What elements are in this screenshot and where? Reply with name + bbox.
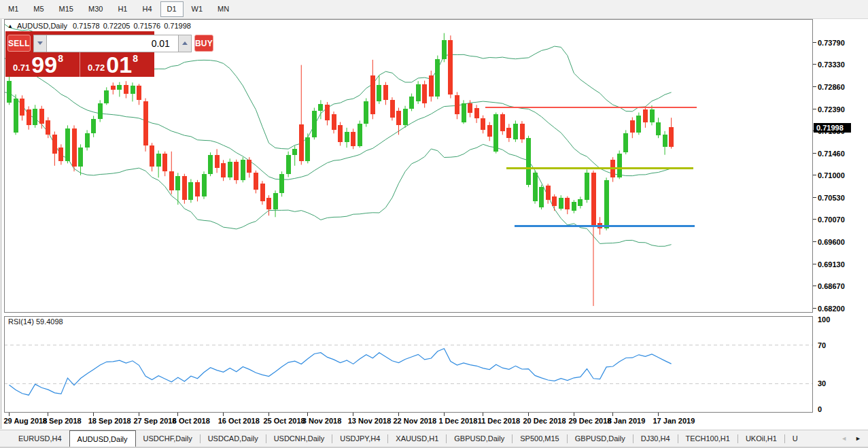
volume-stepper: [33, 35, 192, 52]
candle-body: [448, 40, 453, 94]
candle-body: [117, 85, 122, 90]
candle-body: [91, 119, 96, 133]
tab-dj30-h4[interactable]: DJ30,H4: [633, 430, 678, 447]
candle-body: [104, 90, 109, 103]
candle-body: [325, 105, 330, 120]
date-axis-label: 11 Dec 2018: [478, 417, 520, 425]
tab-ukoil-h1[interactable]: UKOil,H1: [738, 430, 784, 447]
timeframe-button-M15[interactable]: M15: [52, 1, 80, 17]
candle-body: [143, 101, 148, 145]
volume-increase-button[interactable]: [178, 35, 192, 52]
tab-tech100-h1[interactable]: TECH100,H1: [678, 430, 737, 447]
candle-body: [604, 180, 609, 228]
buy-button[interactable]: BUY: [194, 35, 213, 52]
collapse-panel-icon[interactable]: ▲: [7, 23, 13, 29]
candle-body: [506, 128, 511, 138]
tab-scroll-arrows: ◄►: [841, 430, 868, 447]
candle-body: [175, 176, 180, 190]
tab-audusd-daily[interactable]: AUDUSD,Daily: [69, 430, 136, 447]
timeframe-button-M5[interactable]: M5: [27, 1, 50, 17]
tab-sp500-m15[interactable]: SP500,M15: [513, 430, 566, 447]
candle-body: [85, 133, 90, 148]
candle-body: [241, 160, 245, 179]
date-axis-label: 22 Nov 2018: [394, 417, 437, 425]
tab-u[interactable]: U: [785, 430, 805, 447]
timeframe-button-M30[interactable]: M30: [82, 1, 109, 17]
candle-body: [195, 182, 200, 196]
candle-body: [182, 176, 187, 200]
candle-body: [383, 85, 388, 100]
tab-scroll-right-icon[interactable]: ►: [855, 435, 861, 442]
candle-body: [318, 104, 323, 111]
sell-price-pip: 8: [58, 53, 63, 64]
rsi-scale-label: 30: [818, 379, 826, 387]
date-axis-label: 18 Sep 2018: [88, 417, 131, 425]
chart-background: [0, 19, 868, 430]
timeframe-button-MN[interactable]: MN: [211, 1, 236, 17]
timeframe-button-M1[interactable]: M1: [1, 1, 25, 17]
candle-body: [650, 109, 655, 122]
timeframe-button-H4[interactable]: H4: [135, 1, 158, 17]
candle-body: [396, 111, 401, 125]
candle-body: [131, 86, 135, 93]
tab-usdcad-daily[interactable]: USDCAD,Daily: [201, 430, 266, 447]
candle-body: [442, 40, 447, 59]
candle-body: [208, 155, 213, 174]
tab-usdchf-daily[interactable]: USDCHF,Daily: [136, 430, 200, 447]
date-axis-label: 6 Oct 2018: [173, 417, 210, 425]
rsi-scale-label: 70: [818, 341, 826, 349]
volume-decrease-button[interactable]: [33, 35, 47, 52]
candle-body: [273, 193, 278, 209]
candle-body: [52, 135, 57, 154]
candle-body: [338, 125, 343, 142]
candle-body: [572, 202, 576, 211]
candle-body: [20, 99, 24, 116]
buy-price[interactable]: 0.72 01 8: [80, 52, 154, 77]
tab-gbpusd-daily[interactable]: GBPUSD,Daily: [447, 430, 512, 447]
candle-body: [565, 198, 570, 209]
buy-price-prefix: 0.72: [88, 63, 105, 73]
timeframe-button-W1[interactable]: W1: [185, 1, 210, 17]
candle-body: [455, 95, 459, 114]
tab-eurusd-h4[interactable]: EURUSD,H4: [11, 430, 69, 447]
chart-tabbar: EURUSD,H4AUDUSD,DailyUSDCHF,DailyUSDCAD,…: [0, 430, 868, 448]
date-axis-label: 17 Jan 2019: [653, 417, 695, 425]
date-axis-label: 16 Oct 2018: [218, 417, 260, 425]
candle-body: [72, 128, 77, 167]
tab-usdjpy-h4[interactable]: USDJPY,H4: [332, 430, 387, 447]
candle-body: [169, 171, 174, 190]
candle-body: [150, 145, 154, 167]
chart-title: ▲ AUDUSD,Daily 0.71578 0.72205 0.71576 0…: [7, 22, 194, 30]
candle-body: [221, 163, 226, 177]
price-axis-label: 0.71000: [818, 171, 845, 179]
tab-gbpusd-daily[interactable]: GBPUSD,Daily: [568, 430, 633, 447]
candle-body: [358, 124, 362, 145]
candle-body: [292, 149, 297, 155]
date-axis-label: 27 Sep 2018: [134, 417, 177, 425]
timeframe-button-H1[interactable]: H1: [111, 1, 134, 17]
sell-price[interactable]: 0.71 99 8: [5, 52, 80, 77]
tab-xauusd-h1[interactable]: XAUUSD,H1: [388, 430, 446, 447]
ohlc-high: 0.72205: [103, 22, 131, 30]
candle-body: [98, 103, 103, 120]
date-axis-label: 29 Aug 2018: [4, 417, 48, 425]
candle-body: [312, 111, 317, 137]
date-axis-label: 13 Nov 2018: [348, 417, 392, 425]
candle-body: [7, 81, 12, 103]
ohlc-open: 0.71578: [73, 22, 100, 30]
price-axis-label: 0.68670: [818, 282, 845, 290]
sell-price-big: 99: [31, 56, 57, 75]
ohlc-close: 0.71998: [164, 22, 191, 30]
tab-scroll-left-icon[interactable]: ◄: [841, 435, 847, 442]
sell-button[interactable]: SELL: [7, 35, 31, 52]
volume-input[interactable]: [47, 35, 178, 52]
price-axis-label: 0.73790: [818, 39, 845, 47]
stepper-down-icon: [37, 41, 43, 45]
tab-usdcnh-daily[interactable]: USDCNH,Daily: [266, 430, 332, 447]
timeframe-button-D1[interactable]: D1: [160, 1, 184, 17]
candle-body: [266, 198, 271, 209]
candle-body: [124, 85, 128, 94]
candle-body: [585, 173, 589, 200]
candle-body: [58, 148, 63, 161]
candle-body: [409, 97, 414, 109]
